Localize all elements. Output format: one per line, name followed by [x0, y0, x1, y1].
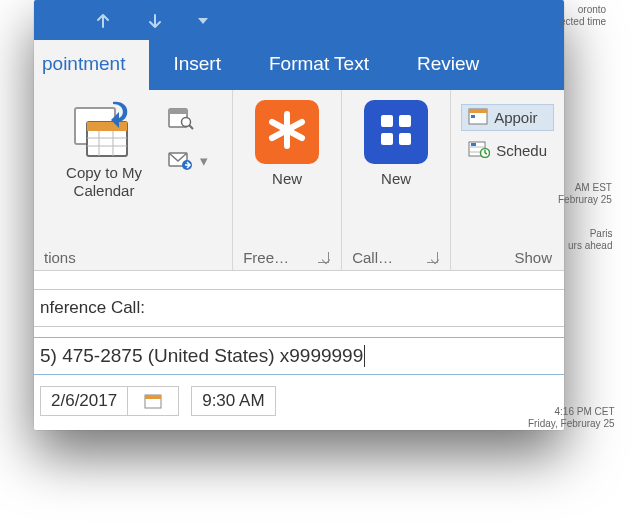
ext-line: 4:16 PM CET — [528, 406, 615, 418]
svg-line-10 — [189, 125, 193, 129]
svg-rect-26 — [471, 143, 476, 146]
svg-rect-8 — [169, 109, 187, 114]
qat-dropdown-icon[interactable] — [198, 18, 208, 24]
calendar-small-icon — [468, 107, 488, 128]
start-date-value: 2/6/2017 — [41, 391, 127, 411]
ribbon: Copy to My Calendar — [34, 90, 564, 271]
subject-value: nference Call: — [40, 298, 145, 318]
calendar-search-icon — [168, 106, 194, 130]
ribbon-group-freeconference: New Free… — [233, 90, 342, 270]
ribbon-group-show: Appoir — [451, 90, 564, 270]
svg-rect-19 — [399, 133, 411, 145]
dialog-launcher-icon[interactable] — [318, 252, 329, 263]
calendar-picker-icon[interactable] — [127, 387, 178, 415]
redo-down-icon[interactable] — [146, 12, 164, 30]
new-freeconference-button[interactable]: New — [243, 100, 331, 188]
new-call-button[interactable]: New — [352, 100, 440, 188]
ribbon-tabstrip: pointment Insert Format Text Review — [34, 42, 564, 90]
svg-rect-31 — [145, 395, 161, 399]
ext-line: AM EST — [558, 182, 612, 194]
location-value: 5) 475-2875 (United States) x9999999 — [40, 345, 363, 367]
ext-line: Februray 25 — [558, 194, 612, 206]
tab-insert[interactable]: Insert — [149, 40, 245, 90]
svg-rect-16 — [381, 115, 393, 127]
scheduling-view-label: Schedu — [496, 142, 547, 159]
dialog-launcher-icon[interactable] — [427, 252, 438, 263]
start-time-picker[interactable]: 9:30 AM — [191, 386, 275, 416]
start-time-value: 9:30 AM — [192, 391, 274, 411]
ext-line: Friday, Februray 25 — [528, 418, 615, 430]
group-show-label: Show — [514, 249, 552, 266]
tab-review[interactable]: Review — [393, 40, 503, 90]
svg-rect-18 — [381, 133, 393, 145]
grid-icon — [377, 111, 415, 153]
ribbon-group-actions: Copy to My Calendar — [34, 90, 233, 270]
svg-rect-17 — [399, 115, 411, 127]
outlook-appointment-window: pointment Insert Format Text Review — [34, 0, 564, 430]
calendar-search-button[interactable] — [168, 106, 208, 130]
external-tz-cet: 4:16 PM CET Friday, Februray 25 — [528, 406, 615, 430]
copy-label-2: Calendar — [74, 182, 135, 200]
subject-field[interactable]: nference Call: — [34, 289, 564, 327]
ext-line: Paris — [568, 228, 612, 240]
undo-up-icon[interactable] — [94, 12, 112, 30]
external-tz-est: AM EST Februray 25 — [558, 182, 612, 206]
svg-rect-2 — [87, 122, 127, 131]
external-tz-paris: Paris urs ahead — [568, 228, 612, 252]
forward-mail-icon — [168, 150, 194, 172]
start-time-row: 2/6/2017 9:30 AM — [34, 385, 564, 417]
appointment-view-label: Appoir — [494, 109, 537, 126]
asterisk-icon — [267, 110, 307, 154]
copy-to-my-calendar-button[interactable]: Copy to My Calendar — [44, 100, 164, 200]
group-actions-label: tions — [44, 249, 76, 266]
text-cursor — [364, 345, 365, 367]
ribbon-group-call: New Call… — [342, 90, 451, 270]
tab-appointment[interactable]: pointment — [34, 40, 149, 90]
appointment-form: nference Call: 5) 475-2875 (United State… — [34, 271, 564, 417]
start-date-picker[interactable]: 2/6/2017 — [40, 386, 179, 416]
appointment-view-button[interactable]: Appoir — [461, 104, 554, 131]
new-call-label: New — [381, 170, 411, 188]
svg-line-29 — [485, 153, 487, 154]
group-call-label: Call… — [352, 249, 393, 266]
ext-line: ected time — [560, 16, 606, 28]
quick-access-toolbar — [34, 0, 564, 42]
chevron-down-icon: ▾ — [200, 152, 208, 170]
copy-label-1: Copy to My — [66, 164, 142, 182]
svg-rect-22 — [471, 115, 475, 118]
calendar-copy-icon — [69, 100, 139, 164]
external-tz-toronto: oronto ected time — [560, 4, 606, 28]
ext-line: oronto — [560, 4, 606, 16]
svg-rect-21 — [469, 109, 487, 113]
new-free-label: New — [272, 170, 302, 188]
scheduling-icon — [468, 140, 490, 161]
location-field[interactable]: 5) 475-2875 (United States) x9999999 — [34, 337, 564, 375]
ext-line: urs ahead — [568, 240, 612, 252]
scheduling-view-button[interactable]: Schedu — [461, 137, 554, 164]
group-free-label: Free… — [243, 249, 289, 266]
tab-format-text[interactable]: Format Text — [245, 40, 393, 90]
forward-button[interactable]: ▾ — [168, 150, 208, 172]
